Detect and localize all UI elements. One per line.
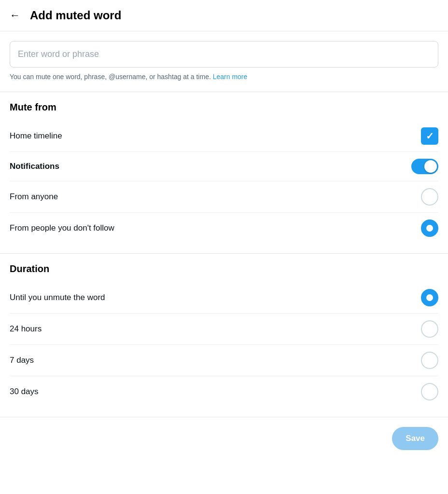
footer: Save — [0, 417, 448, 460]
notifications-toggle[interactable] — [411, 159, 438, 174]
from-anyone-radio[interactable] — [421, 188, 438, 206]
home-timeline-label: Home timeline — [10, 131, 62, 141]
7days-label: 7 days — [10, 356, 34, 365]
page-title: Add muted word — [30, 9, 121, 22]
notifications-row: Notifications — [10, 152, 438, 181]
radio-inner-dot — [426, 225, 433, 232]
save-button[interactable]: Save — [392, 427, 438, 450]
learn-more-link[interactable]: Learn more — [213, 73, 248, 81]
from-anyone-label: From anyone — [10, 192, 58, 202]
word-input[interactable] — [10, 41, 438, 68]
notifications-label: Notifications — [10, 162, 59, 171]
until-unmute-row: Until you unmute the word — [10, 282, 438, 314]
radio-inner-dot — [426, 294, 433, 301]
7days-radio[interactable] — [421, 352, 438, 369]
duration-section: Duration Until you unmute the word 24 ho… — [0, 254, 448, 417]
30days-label: 30 days — [10, 387, 39, 397]
checkmark-icon: ✓ — [426, 130, 434, 142]
input-section: You can mute one word, phrase, @username… — [0, 31, 448, 92]
home-timeline-checkbox[interactable]: ✓ — [421, 127, 438, 145]
home-timeline-row: Home timeline ✓ — [10, 121, 438, 152]
7days-row: 7 days — [10, 345, 438, 376]
mute-from-section: Mute from Home timeline ✓ Notifications … — [0, 92, 448, 254]
header: ← Add muted word — [0, 0, 448, 31]
back-button[interactable]: ← — [10, 9, 20, 22]
30days-row: 30 days — [10, 376, 438, 407]
30days-radio[interactable] — [421, 383, 438, 400]
24hours-row: 24 hours — [10, 314, 438, 345]
input-hint: You can mute one word, phrase, @username… — [10, 72, 438, 82]
from-people-label: From people you don't follow — [10, 223, 114, 233]
duration-title: Duration — [10, 263, 438, 274]
from-people-radio[interactable] — [421, 220, 438, 237]
toggle-thumb — [424, 160, 437, 173]
back-icon: ← — [10, 9, 20, 22]
until-unmute-radio[interactable] — [421, 289, 438, 306]
until-unmute-label: Until you unmute the word — [10, 293, 105, 302]
24hours-label: 24 hours — [10, 324, 42, 334]
from-anyone-row: From anyone — [10, 181, 438, 213]
from-people-row: From people you don't follow — [10, 213, 438, 244]
mute-from-title: Mute from — [10, 102, 438, 113]
24hours-radio[interactable] — [421, 320, 438, 338]
